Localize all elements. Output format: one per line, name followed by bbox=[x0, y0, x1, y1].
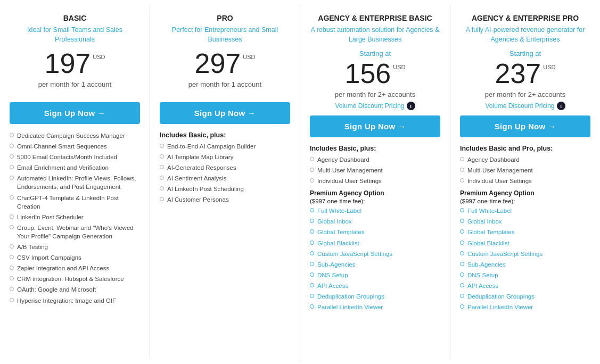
list-item: Group, Event, Webinar and "Who's Viewed … bbox=[10, 224, 140, 241]
premium-header-agency-pro: Premium Agency Option bbox=[460, 189, 590, 197]
list-item: Individual User Settings bbox=[460, 177, 590, 185]
price-period-pro: per month for 1 account bbox=[160, 80, 290, 88]
feature-list-pro: End-to-End AI Campaign BuilderAI Templat… bbox=[160, 142, 290, 204]
volume-discount-agency-basic: Volume Discount Pricing i bbox=[310, 102, 440, 110]
list-item: Automated LinkedIn: Profile Views, Follo… bbox=[10, 174, 140, 191]
premium-sub-agency-basic: ($997 one-time fee): bbox=[310, 198, 440, 204]
list-item: DNS Setup bbox=[310, 271, 440, 279]
list-item: Sub-Agencies bbox=[310, 260, 440, 269]
list-item: Global Inbox bbox=[310, 217, 440, 226]
signup-button-pro[interactable]: Sign Up Now → bbox=[160, 102, 290, 124]
list-item: AI Customer Personas bbox=[160, 195, 290, 204]
list-item: API Access bbox=[460, 282, 590, 290]
volume-discount-text-agency-pro: Volume Discount Pricing bbox=[485, 102, 554, 110]
list-item: DNS Setup bbox=[460, 271, 590, 279]
price-row-pro: 297USD bbox=[160, 49, 290, 77]
volume-discount-info-icon-agency-pro[interactable]: i bbox=[557, 102, 565, 110]
list-item: Deduplication Groupings bbox=[460, 292, 590, 301]
premium-feature-list-agency-basic: Full White-LabelGlobal InboxGlobal Templ… bbox=[310, 206, 440, 311]
list-item: Zapier Integration and API Access bbox=[10, 264, 140, 272]
starting-at-agency-basic: Starting at bbox=[310, 49, 440, 57]
list-item: OAuth: Google and Microsoft bbox=[10, 285, 140, 294]
list-item: Agency Dashboard bbox=[310, 155, 440, 164]
signup-button-agency-pro[interactable]: Sign Up Now → bbox=[460, 115, 590, 137]
plan-description-pro: Perfect for Entrepreneurs and Small Busi… bbox=[160, 26, 290, 44]
list-item: Deduplication Groupings bbox=[310, 292, 440, 301]
premium-feature-list-agency-pro: Full White-LabelGlobal InboxGlobal Templ… bbox=[460, 206, 590, 311]
list-item: ChatGPT-4 Template & LinkedIn Post Creat… bbox=[10, 194, 140, 211]
list-item: CSV Import Campaigns bbox=[10, 253, 140, 262]
pricing-container: BASICIdeal for Small Teams and Sales Pro… bbox=[0, 0, 600, 364]
plan-name-agency-basic: AGENCY & ENTERPRISE BASIC bbox=[310, 14, 440, 22]
features-header-agency-pro: Includes Basic and Pro, plus: bbox=[460, 145, 590, 152]
list-item: A/B Testing bbox=[10, 243, 140, 251]
price-period-agency-basic: per month for 2+ accounts bbox=[310, 90, 440, 98]
list-item: Full White-Label bbox=[460, 206, 590, 215]
features-section-agency-basic: Includes Basic, plus:Agency DashboardMul… bbox=[310, 145, 440, 350]
plan-name-agency-pro: AGENCY & ENTERPRISE PRO bbox=[460, 14, 590, 22]
plan-column-pro: PROPerfect for Entrepreneurs and Small B… bbox=[150, 5, 300, 359]
features-section-basic: Dedicated Campaign Success ManagerOmni-C… bbox=[10, 131, 140, 350]
features-section-agency-pro: Includes Basic and Pro, plus:Agency Dash… bbox=[460, 145, 590, 350]
list-item: Parallel LinkedIn Viewer bbox=[310, 303, 440, 311]
plan-name-pro: PRO bbox=[160, 14, 290, 22]
list-item: LinkedIn Post Scheduler bbox=[10, 213, 140, 221]
signup-button-agency-basic[interactable]: Sign Up Now → bbox=[310, 115, 440, 137]
price-currency-basic: USD bbox=[93, 54, 105, 60]
price-row-agency-pro: 237USD bbox=[460, 60, 590, 87]
list-item: Full White-Label bbox=[310, 206, 440, 215]
plan-description-agency-pro: A fully AI-powered revenue generator for… bbox=[460, 26, 590, 44]
volume-discount-info-icon-agency-basic[interactable]: i bbox=[407, 102, 415, 110]
list-item: AI Template Map Library bbox=[160, 153, 290, 161]
list-item: API Access bbox=[310, 282, 440, 290]
list-item: Custom JavaScript Settings bbox=[310, 250, 440, 258]
list-item: Global Blacklist bbox=[310, 239, 440, 247]
price-period-basic: per month for 1 account bbox=[10, 80, 140, 88]
price-number-agency-pro: 237 bbox=[495, 60, 541, 87]
price-currency-agency-basic: USD bbox=[393, 64, 405, 70]
list-item: Sub-Agencies bbox=[460, 260, 590, 269]
plan-description-agency-basic: A robust automation solution for Agencie… bbox=[310, 26, 440, 44]
price-number-agency-basic: 156 bbox=[345, 60, 391, 87]
list-item: AI LinkedIn Post Scheduling bbox=[160, 185, 290, 193]
list-item: Global Templates bbox=[310, 228, 440, 236]
list-item: Multi-User Management bbox=[310, 166, 440, 175]
list-item: AI Sentiment Analysis bbox=[160, 174, 290, 183]
list-item: End-to-End AI Campaign Builder bbox=[160, 142, 290, 151]
list-item: 5000 Email Contacts/Month Included bbox=[10, 153, 140, 161]
price-currency-pro: USD bbox=[243, 54, 255, 60]
price-period-agency-pro: per month for 2+ accounts bbox=[460, 90, 590, 98]
signup-button-basic[interactable]: Sign Up Now → bbox=[10, 102, 140, 124]
list-item: Parallel LinkedIn Viewer bbox=[460, 303, 590, 311]
list-item: Individual User Settings bbox=[310, 177, 440, 185]
plan-name-basic: BASIC bbox=[10, 14, 140, 22]
list-item: Dedicated Campaign Success Manager bbox=[10, 131, 140, 140]
list-item: Global Inbox bbox=[460, 217, 590, 226]
premium-sub-agency-pro: ($997 one-time fee): bbox=[460, 198, 590, 204]
premium-header-agency-basic: Premium Agency Option bbox=[310, 189, 440, 197]
price-row-agency-basic: 156USD bbox=[310, 60, 440, 87]
list-item: Hyperise Integration: Image and GIF bbox=[10, 296, 140, 305]
starting-at-agency-pro: Starting at bbox=[460, 49, 590, 57]
list-item: Global Templates bbox=[460, 228, 590, 236]
price-currency-agency-pro: USD bbox=[543, 64, 555, 70]
plan-column-agency-basic: AGENCY & ENTERPRISE BASICA robust automa… bbox=[300, 5, 450, 359]
plan-description-basic: Ideal for Small Teams and Sales Professi… bbox=[10, 26, 140, 44]
feature-list-agency-pro: Agency DashboardMulti-User ManagementInd… bbox=[460, 155, 590, 185]
features-section-pro: Includes Basic, plus:End-to-End AI Campa… bbox=[160, 131, 290, 350]
price-number-basic: 197 bbox=[45, 49, 91, 77]
features-header-pro: Includes Basic, plus: bbox=[160, 131, 290, 139]
price-row-basic: 197USD bbox=[10, 49, 140, 77]
list-item: Global Blacklist bbox=[460, 239, 590, 247]
list-item: CRM integration: Hubspot & Salesforce bbox=[10, 275, 140, 283]
volume-discount-agency-pro: Volume Discount Pricing i bbox=[460, 102, 590, 110]
price-number-pro: 297 bbox=[195, 49, 241, 77]
list-item: Email Enrichment and Verification bbox=[10, 163, 140, 172]
feature-list-basic: Dedicated Campaign Success ManagerOmni-C… bbox=[10, 131, 140, 305]
plan-column-basic: BASICIdeal for Small Teams and Sales Pro… bbox=[0, 5, 150, 359]
plan-column-agency-pro: AGENCY & ENTERPRISE PROA fully AI-powere… bbox=[450, 5, 600, 359]
list-item: Multi-User Management bbox=[460, 166, 590, 175]
list-item: Custom JavaScript Settings bbox=[460, 250, 590, 258]
list-item: AI-Generated Responses bbox=[160, 163, 290, 172]
volume-discount-text-agency-basic: Volume Discount Pricing bbox=[335, 102, 404, 110]
